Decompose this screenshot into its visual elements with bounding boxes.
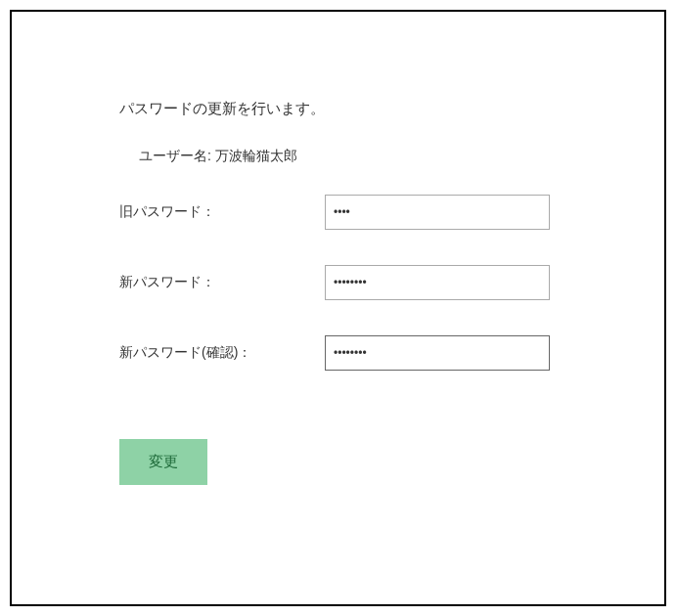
password-update-form: パスワードの更新を行います。 ユーザー名: 万波輪猫太郎 旧パスワード： 新パス…	[10, 10, 666, 606]
new-password-row: 新パスワード：	[119, 265, 664, 300]
confirm-password-label: 新パスワード(確認)：	[119, 344, 325, 362]
username-value: 万波輪猫太郎	[215, 148, 297, 163]
button-row: 変更	[119, 439, 664, 485]
old-password-input[interactable]	[325, 195, 550, 230]
confirm-password-row: 新パスワード(確認)：	[119, 335, 664, 371]
new-password-label: 新パスワード：	[119, 274, 325, 291]
confirm-password-input[interactable]	[325, 335, 550, 371]
new-password-input[interactable]	[325, 265, 550, 300]
submit-button[interactable]: 変更	[119, 439, 207, 485]
username-row: ユーザー名: 万波輪猫太郎	[119, 148, 664, 165]
form-heading: パスワードの更新を行います。	[119, 100, 664, 118]
old-password-label: 旧パスワード：	[119, 203, 325, 221]
old-password-row: 旧パスワード：	[119, 195, 664, 230]
username-label: ユーザー名:	[139, 148, 211, 163]
